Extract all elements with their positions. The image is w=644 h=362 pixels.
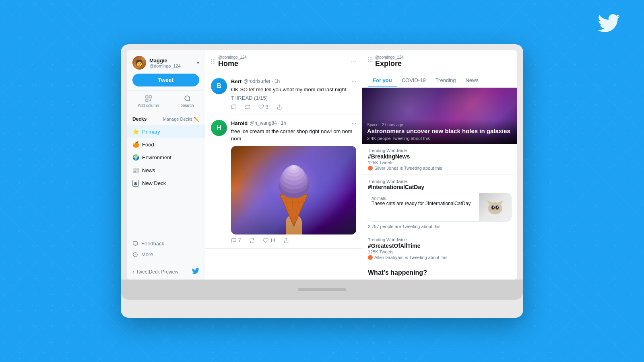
explore-drag-handle[interactable] — [368, 57, 372, 62]
tweet-card-harold[interactable]: H Harold @h_wang84 · 1h ··· free ice cr — [205, 115, 362, 248]
user-info-left[interactable]: 🧑 Maggie @domingo_124 — [132, 56, 181, 70]
deck-news-label: News — [142, 167, 155, 173]
trending-count-1: 125K Tweets — [368, 160, 512, 165]
tweet-text-harold: free ice cream at the corner shop right … — [231, 128, 356, 142]
like-action-bert[interactable]: 3 — [258, 104, 268, 110]
twitter-logo-small — [192, 267, 199, 276]
handle-dot — [368, 57, 369, 58]
reply-action-harold[interactable]: 7 — [231, 238, 241, 243]
trending-attr-1: Silver Jones is Tweeting about this — [368, 166, 512, 171]
avatar-img: 🧑 — [132, 56, 146, 70]
handle-dot — [211, 61, 212, 62]
handle-dot — [213, 59, 215, 60]
food-icon: 🍊 — [132, 141, 139, 148]
share-action-harold[interactable] — [283, 238, 289, 243]
deck-primary-label: Primary — [142, 129, 160, 135]
chevron-down-icon[interactable]: ▾ — [197, 60, 199, 66]
tweet-header-bert: B Bert @rodrisurfer · 1h ··· OK SO let — [211, 78, 356, 110]
handle-dot — [370, 57, 372, 58]
star-icon: ⭐ — [132, 128, 139, 135]
tweetdeck-preview-bar[interactable]: ‹ TweetDeck Preview — [127, 264, 205, 280]
search-action[interactable]: Search — [181, 95, 194, 108]
tweet-more-bert[interactable]: ··· — [351, 78, 356, 84]
news-hero-card[interactable]: Space · 2 hours ago Astronomers uncover … — [362, 88, 517, 144]
ice-cream-photo — [231, 146, 356, 234]
svg-line-6 — [189, 100, 190, 101]
svg-point-31 — [293, 165, 295, 167]
like-count-harold: 14 — [270, 238, 275, 243]
news-icon: 📰 — [132, 167, 139, 173]
tweet-card-bert[interactable]: B Bert @rodrisurfer · 1h ··· OK SO let — [205, 73, 362, 115]
attribution-dot-3 — [368, 255, 373, 260]
handle-dot — [368, 61, 369, 62]
add-column-label: Add column — [138, 103, 159, 108]
deck-new-label: New Deck — [142, 180, 166, 186]
home-column-title-area: @domingo_124 Home — [218, 55, 347, 68]
tweet-button[interactable]: Tweet — [132, 74, 199, 86]
tab-for-you[interactable]: For you — [368, 73, 397, 87]
laptop-notch — [298, 288, 346, 291]
news-hero-overlay: Space · 2 hours ago Astronomers uncover … — [362, 119, 517, 144]
avatar-bert: B — [211, 78, 227, 94]
explore-source: @domingo_124 — [375, 55, 404, 60]
tweet-meta-bert: Bert @rodrisurfer · 1h ··· — [231, 78, 356, 84]
tweet-content-bert: Bert @rodrisurfer · 1h ··· OK SO let me … — [231, 78, 356, 110]
handle-dot — [213, 63, 215, 64]
sidebar-actions: Add column Search — [127, 91, 205, 112]
tab-news[interactable]: News — [460, 73, 483, 87]
tweet-actions-bert: 3 — [231, 104, 356, 110]
column-drag-handle[interactable] — [211, 59, 215, 64]
user-names: Maggie @domingo_124 — [149, 58, 181, 68]
tweet-content-harold: Harold @h_wang84 · 1h ··· free ice cream… — [231, 120, 356, 243]
cat-day-card-inner[interactable]: Animals These cats are ready for #Intern… — [368, 193, 512, 222]
cat-day-category: Animals — [372, 196, 476, 201]
trending-label-3: Trending Worldwide — [368, 237, 512, 242]
cat-day-card-title: These cats are ready for #InternationalC… — [372, 201, 476, 207]
deck-item-news[interactable]: 📰 News — [127, 164, 205, 177]
home-column-more-icon[interactable]: ··· — [350, 58, 356, 66]
tweet-name-bert: Bert — [231, 78, 242, 84]
feedback-item[interactable]: Feedback — [132, 238, 199, 249]
manage-decks-button[interactable]: Manage Decks ✏️ — [163, 117, 199, 122]
reply-action-bert[interactable] — [231, 104, 237, 110]
news-hero-title: Astronomers uncover new black holes in g… — [367, 127, 512, 135]
retweet-action-harold[interactable] — [249, 238, 255, 243]
sidebar-footer: Feedback More — [127, 234, 205, 264]
home-column: @domingo_124 Home ··· B — [205, 50, 362, 280]
add-column-action[interactable]: Add column — [138, 95, 159, 108]
news-hero-count: 2.4K people Tweeting about this — [367, 136, 512, 141]
deck-environment-label: Environment — [142, 154, 171, 160]
decks-header: Decks Manage Decks ✏️ — [127, 116, 205, 125]
decks-title: Decks — [132, 116, 147, 122]
trending-breaking-news[interactable]: Trending Worldwide #BreakingNews 125K Tw… — [362, 144, 517, 175]
attribution-text-1: Silver Jones is Tweeting about this — [374, 166, 442, 171]
cat-image — [479, 193, 511, 221]
laptop-base — [121, 280, 523, 300]
tweet-more-harold[interactable]: ··· — [351, 120, 356, 126]
trending-cat-day[interactable]: Trending Worldwide #InternationalCatDay … — [362, 175, 517, 233]
tweetdeck-preview-left: ‹ TweetDeck Preview — [132, 269, 178, 275]
like-action-harold[interactable]: 14 — [263, 238, 275, 243]
retweet-action-bert[interactable] — [245, 104, 250, 110]
tab-trending[interactable]: Trending — [431, 73, 461, 87]
trending-count-3: 125K Tweets — [368, 249, 512, 254]
handle-dot — [213, 61, 215, 62]
attribution-text-3: Allen Grahyam is Tweeting about this — [374, 255, 447, 260]
attribution-dot-1 — [368, 166, 373, 171]
more-item[interactable]: More — [132, 249, 199, 260]
deck-item-environment[interactable]: 🌍 Environment — [127, 151, 205, 164]
cat-image-bg — [479, 193, 511, 221]
cat-day-count: 2,757 people are Tweeting about this — [368, 224, 512, 229]
cat-day-card: Animals These cats are ready for #Intern… — [368, 193, 512, 222]
deck-item-primary[interactable]: ⭐ Primary — [127, 125, 205, 138]
share-action-bert[interactable] — [277, 104, 282, 110]
tweetdeck-preview-label: TweetDeck Preview — [136, 269, 178, 275]
search-label: Search — [181, 103, 194, 108]
tab-covid[interactable]: COVID-19 — [397, 73, 431, 87]
deck-item-food[interactable]: 🍊 Food — [127, 138, 205, 151]
user-info: 🧑 Maggie @domingo_124 ▾ — [132, 56, 199, 70]
trending-greatest[interactable]: Trending Worldwide #GreatestOfAllTime 12… — [362, 233, 517, 264]
deck-food-label: Food — [142, 142, 154, 148]
svg-point-5 — [185, 96, 190, 101]
deck-item-new[interactable]: ⊞ New Deck — [127, 177, 205, 190]
